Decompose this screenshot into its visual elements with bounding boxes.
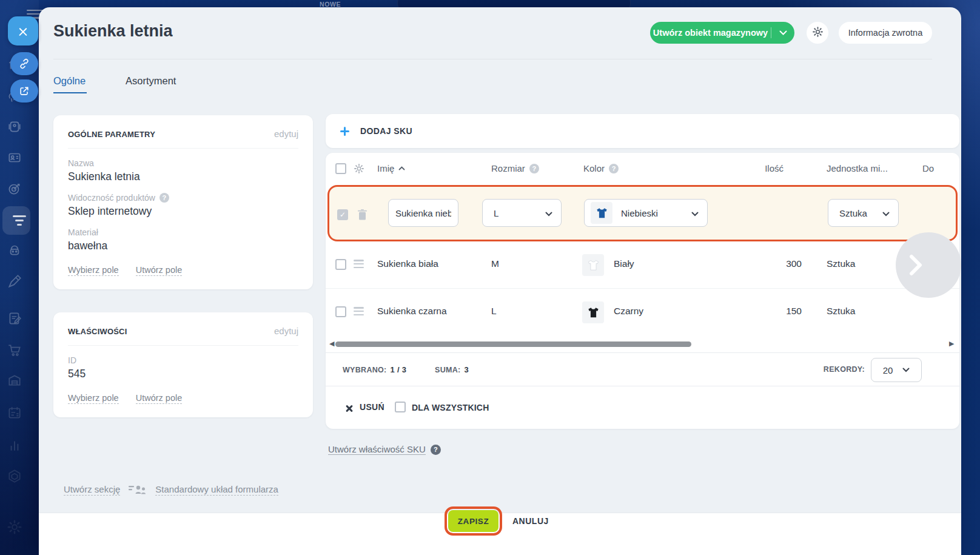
sku-quantity: 150 xyxy=(744,306,802,317)
sum-label: SUMA: xyxy=(435,366,460,374)
drag-handle-icon[interactable] xyxy=(354,260,364,270)
column-header-quantity[interactable]: Ilość xyxy=(747,163,784,173)
for-all-checkbox[interactable] xyxy=(395,402,406,412)
chevron-down-icon[interactable] xyxy=(771,30,794,35)
grid-footer: WYBRANO:1 / 3 SUMA:3 REKORDY: 20 xyxy=(326,353,959,386)
open-in-new-tab-button[interactable] xyxy=(10,79,38,103)
edit-link[interactable]: edytuj xyxy=(274,326,298,336)
cart-icon[interactable] xyxy=(7,342,22,358)
tab-ogolne[interactable]: Ogólne xyxy=(53,75,86,87)
create-field-link[interactable]: Utwórz pole xyxy=(136,265,183,276)
column-header-name[interactable]: Imię xyxy=(377,163,405,173)
settings-button[interactable] xyxy=(807,22,828,44)
selected-label: WYBRANO: xyxy=(343,366,387,374)
grid-header-row: Imię Rozmiar ? Kolor ? Ilość Jednostka m… xyxy=(326,153,959,185)
delete-x-icon[interactable] xyxy=(345,403,354,412)
create-sku-property-link[interactable]: Utwórz właściwość SKU xyxy=(328,444,426,455)
scroll-right-icon[interactable]: ▶ xyxy=(949,340,954,348)
sku-quantity: 300 xyxy=(744,258,802,269)
help-icon[interactable]: ? xyxy=(431,445,441,455)
camera-icon[interactable] xyxy=(7,119,22,135)
hexagon-icon[interactable] xyxy=(7,468,22,484)
close-button[interactable] xyxy=(8,16,38,45)
create-stock-object-button[interactable]: Utwórz obiekt magazynowy xyxy=(650,22,794,44)
properties-card: WŁAŚCIWOŚCI edytuj ID 545 Wybierz pole U… xyxy=(53,312,313,417)
save-button-highlight: ZAPISZ xyxy=(445,506,502,536)
divider xyxy=(68,148,298,149)
contact-card-icon[interactable] xyxy=(7,150,22,166)
column-header-color[interactable]: Kolor ? xyxy=(583,163,619,173)
funnel-icon[interactable] xyxy=(8,215,30,231)
sku-unit: Sztuka xyxy=(827,306,855,317)
tshirt-black-icon xyxy=(582,301,604,323)
scroll-left-icon[interactable]: ◀ xyxy=(329,340,334,348)
create-field-link[interactable]: Utwórz pole xyxy=(136,393,183,404)
sku-edit-row-highlighted: ✓ L Niebieski Sztuka xyxy=(327,185,958,241)
chevron-down-icon xyxy=(902,368,910,372)
row-checkbox[interactable] xyxy=(335,259,346,270)
color-select[interactable]: Niebieski xyxy=(584,199,708,227)
field-widocznosc: Widoczność produktów? Sklep internetowy xyxy=(68,193,298,218)
trash-icon[interactable] xyxy=(358,209,367,220)
select-field-link[interactable]: Wybierz pole xyxy=(68,393,119,404)
help-icon[interactable]: ? xyxy=(529,164,539,173)
field-id: ID 545 xyxy=(68,355,298,380)
form-layout-links: Utwórz sekcję Standardowy układ formular… xyxy=(64,484,278,496)
bar-chart-icon[interactable] xyxy=(7,437,22,453)
sku-unit: Sztuka xyxy=(827,258,855,269)
edit-link[interactable]: edytuj xyxy=(274,129,298,139)
standard-form-layout-link[interactable]: Standardowy układ formularza xyxy=(155,484,278,496)
link-icon xyxy=(18,58,30,70)
selected-value: 1 / 3 xyxy=(391,365,407,374)
row-checkbox-checked[interactable]: ✓ xyxy=(337,209,348,220)
records-per-page-select[interactable]: 20 xyxy=(871,358,922,382)
feedback-button[interactable]: Informacja zwrotna xyxy=(839,22,932,44)
gear-icon[interactable] xyxy=(7,519,22,535)
target-icon[interactable] xyxy=(7,181,22,197)
drag-handle-icon[interactable] xyxy=(354,307,364,317)
help-icon[interactable]: ? xyxy=(609,164,619,173)
sku-size: L xyxy=(491,306,497,317)
sku-name: Sukienka biała xyxy=(377,258,438,269)
add-sku-button[interactable]: DODAJ SKU xyxy=(326,114,959,148)
grid-settings-gear-icon[interactable] xyxy=(354,163,364,174)
unit-select[interactable]: Sztuka xyxy=(828,199,899,227)
create-stock-object-label: Utwórz obiekt magazynowy xyxy=(650,28,771,38)
page-title: Sukienka letnia xyxy=(53,22,173,41)
cancel-button[interactable]: ANULUJ xyxy=(512,510,549,532)
pencil-icon[interactable] xyxy=(7,274,22,289)
row-checkbox[interactable] xyxy=(335,306,346,317)
sku-color: Czarny xyxy=(614,306,643,317)
tab-asortyment[interactable]: Asortyment xyxy=(126,75,176,87)
robot-icon[interactable] xyxy=(7,242,22,258)
sku-color: Biały xyxy=(614,258,634,269)
create-sku-property: Utwórz właściwość SKU ? xyxy=(328,444,441,455)
section-title: OGÓLNE PARAMETRY xyxy=(68,130,155,139)
copy-link-button[interactable] xyxy=(10,52,38,75)
column-header-size[interactable]: Rozmiar ? xyxy=(491,163,539,173)
section-title: WŁAŚCIWOŚCI xyxy=(68,327,127,336)
save-button[interactable]: ZAPISZ xyxy=(448,510,498,532)
select-all-checkbox[interactable] xyxy=(335,163,346,174)
document-icon[interactable] xyxy=(7,311,22,326)
users-layout-icon xyxy=(129,485,147,495)
select-field-link[interactable]: Wybierz pole xyxy=(68,265,119,276)
sku-name: Sukienka czarna xyxy=(377,306,447,317)
delete-button[interactable]: USUŃ xyxy=(360,402,384,412)
horizontal-scrollbar: ◀ ▶ xyxy=(326,336,959,353)
column-header-unit[interactable]: Jednostka mi... xyxy=(827,163,888,173)
create-section-link[interactable]: Utwórz sekcję xyxy=(64,484,120,496)
chevron-down-icon xyxy=(691,208,699,218)
sum-value: 3 xyxy=(464,365,469,374)
calendar-icon[interactable] xyxy=(7,405,22,420)
plus-icon xyxy=(340,127,349,136)
warehouse-icon[interactable] xyxy=(7,372,22,388)
sku-name-input[interactable] xyxy=(388,199,458,227)
column-header-truncated[interactable]: Do xyxy=(922,163,934,173)
help-icon[interactable]: ? xyxy=(159,193,169,203)
for-all-label: DLA WSZYSTKICH xyxy=(412,403,489,412)
size-select[interactable]: L xyxy=(482,199,562,227)
active-tab-underline xyxy=(53,92,87,93)
expand-panel-button[interactable] xyxy=(896,232,961,298)
scrollbar-thumb[interactable] xyxy=(335,341,691,347)
